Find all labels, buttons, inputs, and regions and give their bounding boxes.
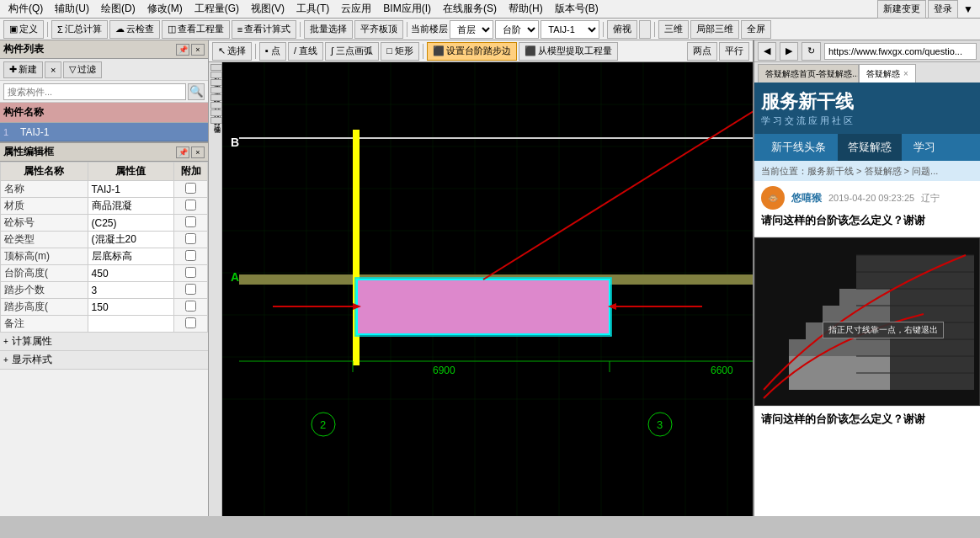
prop-value-cell[interactable] <box>88 316 173 333</box>
rect-button[interactable]: □ 矩形 <box>381 42 419 61</box>
search-row: 🔍 <box>0 81 208 103</box>
extract-button[interactable]: ⬛ 从模型提取工程量 <box>519 42 618 61</box>
menu-assist[interactable]: 辅助(U) <box>50 0 94 18</box>
sigma-icon: Σ <box>57 24 63 35</box>
set-step-button[interactable]: ⬛ 设置台阶踏步边 <box>427 42 517 61</box>
prop-value-cell[interactable]: TAIJ-1 <box>88 181 173 198</box>
browser-url-input[interactable] <box>824 43 977 60</box>
canvas-toolbar: ↖ 选择 ▪ 点 / 直线 ∫ 三点画弧 □ 矩形 ⬛ 设置台阶踏步边 ⬛ 从模… <box>209 40 753 62</box>
arc-button[interactable]: ∫ 三点画弧 <box>325 42 379 61</box>
canvas-area[interactable]: A B <box>222 62 753 516</box>
search-input[interactable] <box>3 83 186 100</box>
menu-tool[interactable]: 工具(T) <box>291 0 334 18</box>
prop-value-cell[interactable]: 3 <box>88 282 173 299</box>
menu-component[interactable]: 构件(Q) <box>3 0 48 18</box>
no-trim-button[interactable]: 非修剪 <box>210 72 222 78</box>
nav-headlines[interactable]: 新干线头条 <box>761 134 836 161</box>
search-button[interactable]: 🔍 <box>188 83 205 100</box>
question-title-1: 请问这样的台阶该怎么定义？谢谢 <box>761 213 973 228</box>
prop-checkbox[interactable] <box>185 233 196 244</box>
close-tab-icon[interactable]: × <box>903 69 908 78</box>
local-3d-button[interactable]: 局部三维 <box>690 20 739 39</box>
canvas-svg: A B <box>222 62 753 516</box>
view-quantities-button[interactable]: ◫ 查看工程量 <box>162 20 230 39</box>
label-2: 2 <box>320 418 326 431</box>
prop-value-cell[interactable]: (C25) <box>88 215 173 232</box>
filter-icon: ▽ <box>69 64 76 75</box>
prop-value-cell[interactable]: 450 <box>88 265 173 282</box>
point-button[interactable]: ▪ 点 <box>259 42 286 61</box>
filter-button[interactable]: ▽ 过滤 <box>63 61 102 78</box>
view-button[interactable]: 俯视 <box>607 20 637 39</box>
component-select[interactable]: TAIJ-1 <box>541 20 599 39</box>
list-item[interactable]: 1 TAIJ-1 <box>0 123 208 141</box>
prop-close-button[interactable]: × <box>191 146 205 158</box>
check-formula-button[interactable]: ≡ 查看计算式 <box>232 20 296 39</box>
menu-view[interactable]: 视图(V) <box>246 0 290 18</box>
browser-tabs: 答疑解惑首页-答疑解惑... 答疑解惑 × <box>754 62 980 83</box>
prop-checkbox[interactable] <box>185 183 196 194</box>
prop-pin-button[interactable]: 📌 <box>176 146 189 158</box>
fullscreen-button[interactable]: 全屏 <box>741 20 771 39</box>
prop-checkbox[interactable] <box>185 200 196 210</box>
prop-value-cell[interactable]: 商品混凝 <box>88 198 173 215</box>
prop-value-cell[interactable]: 层底标高 <box>88 248 173 265</box>
line-button[interactable]: / 直线 <box>288 42 323 61</box>
break-button[interactable]: 打断 <box>210 87 222 93</box>
cloud-check-button[interactable]: ☁ 云检查 <box>109 20 160 39</box>
menu-draw[interactable]: 绘图(D) <box>96 0 141 18</box>
prop-check-cell <box>174 248 208 265</box>
merge-button[interactable]: 合并 <box>210 94 222 101</box>
prop-name-cell: 踏步个数 <box>1 282 88 299</box>
new-change-button[interactable]: 新建变更 <box>877 0 926 19</box>
menu-cloud[interactable]: 云应用 <box>336 0 376 18</box>
prop-checkbox[interactable] <box>185 250 196 261</box>
menu-version[interactable]: 版本号(B) <box>550 0 604 18</box>
browser-tab-home[interactable]: 答疑解惑首页-答疑解惑... <box>758 64 859 83</box>
floor-select[interactable]: 首层 其它 <box>450 20 493 39</box>
prop-checkbox[interactable] <box>185 301 196 312</box>
left-side-tools: 延伸 非修剪 修剪 打断 合并 分割 自对齐 偏移 <box>209 62 222 516</box>
select-button[interactable]: ↖ 选择 <box>212 42 252 61</box>
position-select[interactable]: 台阶 <box>495 20 539 39</box>
extend-button[interactable]: 延伸 <box>210 64 222 71</box>
prop-checkbox[interactable] <box>185 317 196 328</box>
menu-bim[interactable]: BIM应用(I) <box>378 0 436 18</box>
level-panel-button[interactable]: 平齐板顶 <box>354 20 403 39</box>
trim-button[interactable]: 修剪 <box>210 79 222 86</box>
3d-button[interactable]: 三维 <box>658 20 689 39</box>
batch-select-button[interactable]: 批量选择 <box>304 20 353 39</box>
prop-checkbox[interactable] <box>185 267 196 278</box>
menu-online[interactable]: 在线服务(S) <box>438 0 502 18</box>
prop-value-cell[interactable]: (混凝土20 <box>88 232 173 248</box>
menu-help[interactable]: 帮助(H) <box>503 0 548 18</box>
offset-button[interactable]: 偏移 <box>210 117 222 124</box>
browser-forward-button[interactable]: ▶ <box>780 42 798 61</box>
browser-refresh-button[interactable]: ↻ <box>802 42 821 61</box>
login-button[interactable]: 登录 <box>928 0 958 19</box>
prop-checkbox[interactable] <box>185 216 196 227</box>
sep3 <box>407 22 407 37</box>
panel-pin-button[interactable]: 📌 <box>176 44 189 56</box>
menu-modify[interactable]: 修改(M) <box>142 0 188 18</box>
nav-learn[interactable]: 学习 <box>903 134 945 161</box>
two-points-button[interactable]: 两点 <box>687 42 717 61</box>
component-toolbar: ✚ 新建 × ▽ 过滤 <box>0 59 208 81</box>
nav-qa[interactable]: 答疑解惑 <box>838 134 902 161</box>
calc-properties-section[interactable]: + 计算属性 <box>0 333 208 351</box>
new-component-button[interactable]: ✚ 新建 <box>3 61 43 78</box>
delete-component-button[interactable]: × <box>45 61 61 78</box>
parallel-button[interactable]: 平行 <box>719 42 749 61</box>
define-button[interactable]: ▣ 定义 <box>3 20 44 39</box>
summary-button[interactable]: Σ 汇总计算 <box>51 20 108 39</box>
prop-value-cell[interactable]: 150 <box>88 299 173 316</box>
prop-checkbox[interactable] <box>185 284 196 295</box>
component-list-button[interactable] <box>639 20 651 39</box>
browser-tab-active[interactable]: 答疑解惑 × <box>859 64 916 83</box>
menu-quantity[interactable]: 工程量(G) <box>189 0 244 18</box>
align-button[interactable]: 自对齐 <box>210 109 222 116</box>
display-style-section[interactable]: + 显示样式 <box>0 351 208 370</box>
browser-back-button[interactable]: ◀ <box>758 42 776 61</box>
panel-close-button[interactable]: × <box>191 44 205 56</box>
split-button[interactable]: 分割 <box>210 102 222 109</box>
